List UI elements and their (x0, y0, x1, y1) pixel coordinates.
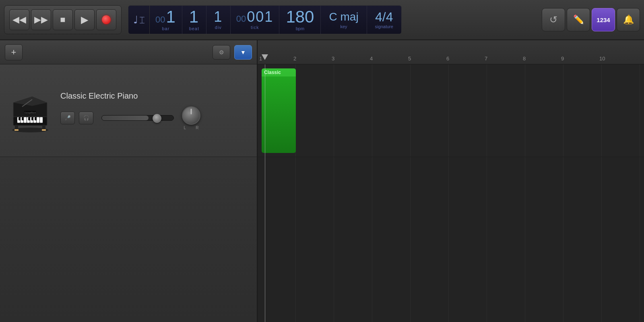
ruler-number-9: 9 (559, 56, 564, 62)
ruler-mark-7: 7 (483, 56, 521, 62)
track-controls-row: 🎤 🎧 (60, 106, 249, 130)
headphones-icon: 🎧 (83, 115, 89, 121)
svg-rect-15 (40, 117, 43, 123)
svg-rect-20 (35, 117, 37, 120)
bar-display[interactable]: 00 1 bar (150, 6, 182, 34)
svg-rect-19 (31, 117, 33, 120)
track-options-icon: ⚙ (219, 49, 224, 56)
volume-thumb[interactable] (153, 114, 161, 123)
stop-icon: ■ (60, 14, 65, 25)
tick-label: tick (251, 25, 259, 30)
arrange-area: 1 2 3 4 5 6 7 (258, 40, 644, 322)
div-label: div (215, 25, 222, 30)
tick-value: 001 (247, 10, 273, 24)
count-in-button[interactable]: 1234 (592, 8, 615, 31)
key-label: key (340, 24, 347, 29)
beat-label: beat (189, 26, 199, 31)
ruler-number-6: 6 (445, 56, 449, 62)
ruler-mark-2: 2 (292, 56, 330, 62)
metronome-button[interactable]: 🔔 (617, 8, 640, 31)
pan-knob[interactable] (182, 106, 200, 125)
plus-icon: + (11, 47, 17, 58)
tick-display[interactable]: 00 001 tick (231, 6, 280, 34)
ruler-number-4: 4 (368, 56, 373, 62)
ruler-mark-3: 3 (330, 56, 368, 62)
volume-fill (102, 116, 149, 120)
main-area: + ⚙ ▼ (0, 40, 644, 322)
rewind-button[interactable]: ◀◀ (9, 9, 29, 30)
track-panel: + ⚙ ▼ (0, 40, 258, 322)
svg-rect-16 (19, 117, 21, 120)
key-display[interactable]: C maj key (321, 6, 367, 34)
ruler-mark-6: 6 (445, 56, 483, 62)
loop-button[interactable]: ↺ (542, 8, 565, 31)
empty-arrange-area (258, 157, 644, 322)
fast-forward-button[interactable]: ▶▶ (31, 9, 51, 30)
pan-left-label: L (184, 126, 186, 130)
beat-value: 1 (189, 8, 199, 25)
music-icon-area: ♩ ⌶ (128, 6, 150, 34)
right-toolbar: ↺ ✏️ 1234 🔔 (542, 8, 640, 31)
tick-prefix: 00 (236, 14, 246, 24)
play-button[interactable]: ▶ (74, 9, 95, 30)
bar-label: bar (162, 26, 169, 31)
track-item: GarageBand Classic Electric Piano 🎤 🎧 (0, 64, 257, 157)
svg-rect-17 (22, 117, 24, 120)
ruler-mark-4: 4 (368, 56, 407, 62)
metronome-icon: 🔔 (623, 14, 634, 25)
pan-knob-container: L R (182, 106, 200, 130)
bpm-label: bpm (296, 26, 304, 31)
position-display: ♩ ⌶ 00 1 bar 1 beat 1 div 00 001 t (128, 5, 402, 34)
ruler-number-8: 8 (521, 56, 526, 62)
mute-icon: 🎤 (65, 115, 71, 121)
ruler-mark-9: 9 (559, 56, 598, 62)
pencil-button[interactable]: ✏️ (567, 8, 590, 31)
svg-rect-14 (37, 117, 39, 123)
ruler-mark-10: 10 (598, 56, 636, 62)
headphones-button[interactable]: 🎧 (79, 111, 93, 124)
pencil-icon: ✏️ (573, 14, 584, 25)
add-track-button[interactable]: + (5, 44, 23, 60)
arrange-tracks: Classic (258, 64, 644, 322)
instrument-image: GarageBand (8, 89, 52, 133)
play-icon: ▶ (81, 14, 88, 25)
transport-controls: ◀◀ ▶▶ ■ ▶ (4, 5, 122, 34)
arrange-ruler: 1 2 3 4 5 6 7 (258, 40, 644, 64)
bar-value: 1 (166, 8, 176, 25)
mute-button[interactable]: 🎤 (60, 111, 75, 124)
record-dot-icon (102, 15, 111, 24)
midi-clip-header: Classic (262, 68, 296, 76)
volume-slider-container (101, 115, 174, 121)
ruler-number-7: 7 (483, 56, 487, 62)
stop-button[interactable]: ■ (53, 9, 73, 30)
rewind-icon: ◀◀ (12, 14, 26, 25)
signature-label: signature (375, 24, 393, 29)
bpm-display[interactable]: 180 bpm (279, 6, 321, 34)
volume-slider[interactable] (101, 115, 174, 121)
ruler-number-10: 10 (598, 56, 605, 62)
ruler-number-2: 2 (292, 56, 296, 62)
signature-value: 4/4 (375, 10, 393, 23)
playhead-line (265, 64, 265, 322)
svg-rect-18 (28, 117, 30, 120)
bpm-value: 180 (286, 8, 314, 25)
pan-right-label: R (196, 126, 198, 130)
div-value: 1 (214, 10, 223, 24)
ruler-number-5: 5 (407, 56, 411, 62)
arrange-track-row-1[interactable]: Classic (258, 64, 644, 157)
playhead-marker (262, 54, 268, 60)
record-button[interactable] (96, 9, 116, 30)
beat-display[interactable]: 1 beat (182, 6, 206, 34)
filter-icon: ▼ (240, 49, 246, 56)
track-info: Classic Electric Piano 🎤 🎧 (60, 91, 249, 130)
pan-labels: L R (184, 126, 199, 130)
div-display[interactable]: 1 div (206, 6, 231, 34)
track-filter-button[interactable]: ▼ (234, 45, 252, 60)
key-value: C maj (329, 10, 358, 23)
music-note-icon: ♩ (133, 14, 138, 26)
midi-clip[interactable]: Classic (262, 68, 296, 153)
fast-forward-icon: ▶▶ (34, 14, 48, 25)
signature-display[interactable]: 4/4 signature (367, 6, 401, 34)
track-options-button[interactable]: ⚙ (213, 45, 230, 60)
count-in-label: 1234 (597, 17, 610, 23)
